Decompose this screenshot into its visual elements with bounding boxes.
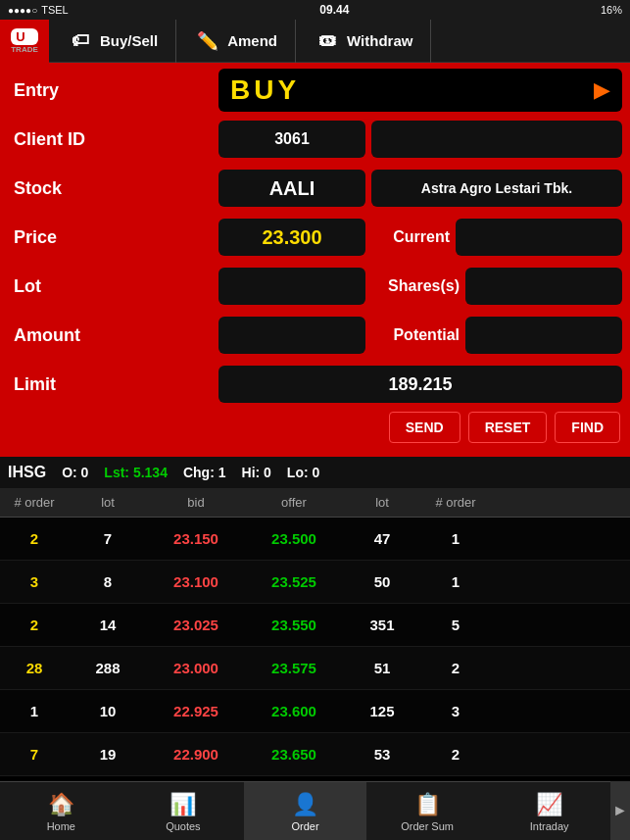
client-id-extra[interactable]: [371, 121, 622, 158]
withdraw-icon: 🎟: [314, 30, 341, 52]
cell-order1: 3: [0, 573, 69, 590]
price-input[interactable]: 23.300: [218, 219, 365, 256]
intraday-icon: 📈: [535, 791, 564, 818]
current-label: Current: [371, 228, 450, 246]
stock-code-input[interactable]: AALI: [218, 170, 365, 207]
client-id-field: 3061: [218, 121, 622, 158]
client-id-input[interactable]: 3061: [218, 121, 365, 158]
shares-input[interactable]: [465, 268, 622, 305]
price-field-group: 23.300 Current: [218, 219, 622, 256]
cell-order1: 1: [0, 703, 69, 719]
cell-bid: 23.150: [147, 530, 245, 547]
cell-offer: 23.650: [245, 746, 343, 763]
amount-input[interactable]: [218, 317, 365, 354]
cell-order2: 5: [421, 617, 490, 633]
tab-intraday[interactable]: 📈 Intraday: [488, 782, 610, 841]
cell-bid: 23.025: [147, 617, 245, 633]
tab-quotes-label: Quotes: [166, 820, 200, 832]
amount-field-group: Potential: [218, 317, 622, 354]
home-icon: 🏠: [46, 791, 75, 818]
table-row: 7 19 22.900 23.650 53 2: [0, 733, 630, 776]
amount-label: Amount: [8, 325, 218, 346]
carrier-label: TSEL: [41, 4, 69, 16]
find-button[interactable]: FIND: [555, 412, 620, 443]
entry-row: Entry BUY ▶: [8, 69, 622, 112]
ihsg-lst: Lst: 5.134: [104, 465, 168, 480]
order-table: 2 7 23.150 23.500 47 1 3 8 23.100 23.525…: [0, 518, 630, 776]
cell-bid: 23.100: [147, 573, 245, 590]
cell-lot1: 7: [69, 530, 147, 547]
cell-lot1: 10: [69, 703, 147, 719]
stock-field: AALI Astra Agro Lestari Tbk.: [218, 170, 622, 207]
table-row: 1 10 22.925 23.600 125 3: [0, 690, 630, 733]
cell-lot1: 8: [69, 573, 147, 590]
more-button[interactable]: ►: [610, 781, 630, 840]
nav-withdraw[interactable]: 🎟 Withdraw: [296, 20, 431, 63]
tab-order[interactable]: 👤 Order: [244, 782, 366, 841]
app-logo: U TRADE: [0, 20, 49, 63]
cell-lot1: 288: [69, 660, 147, 676]
tab-home-label: Home: [47, 820, 75, 832]
limit-field-group: 189.215: [218, 366, 622, 403]
price-row: Price 23.300 Current: [8, 216, 622, 259]
shares-label: Shares(s): [371, 277, 460, 295]
lot-field-group: Shares(s): [218, 268, 622, 305]
lot-label: Lot: [8, 276, 218, 297]
ihsg-hi: Hi: 0: [242, 465, 271, 480]
cell-offer: 23.525: [245, 573, 343, 590]
nav-amend[interactable]: ✏️ Amend: [176, 20, 296, 63]
limit-input[interactable]: 189.215: [218, 366, 622, 403]
cell-order2: 3: [421, 703, 490, 719]
cell-offer: 23.575: [245, 660, 343, 676]
table-row: 28 288 23.000 23.575 51 2: [0, 647, 630, 690]
nav-buy-sell[interactable]: 🏷 Buy/Sell: [49, 20, 176, 63]
stock-label: Stock: [8, 178, 218, 199]
ihsg-o: O: 0: [62, 465, 88, 480]
table-row: 2 7 23.150 23.500 47 1: [0, 518, 630, 561]
price-label: Price: [8, 227, 218, 248]
cell-lot1: 14: [69, 617, 147, 633]
time-label: 09.44: [319, 3, 349, 17]
tab-home[interactable]: 🏠 Home: [0, 782, 122, 841]
status-left: ●●●●○ TSEL: [8, 4, 69, 16]
cell-order1: 28: [0, 660, 69, 676]
signal-dots: ●●●●○: [8, 5, 37, 16]
action-row: SEND RESET FIND: [8, 412, 622, 443]
cell-lot2: 51: [343, 660, 421, 676]
th-offer: offer: [245, 495, 343, 510]
amount-row: Amount Potential: [8, 314, 622, 357]
cell-offer: 23.500: [245, 530, 343, 547]
cell-lot1: 19: [69, 746, 147, 763]
cell-lot2: 47: [343, 530, 421, 547]
stock-row: Stock AALI Astra Agro Lestari Tbk.: [8, 167, 622, 210]
buy-label: BUY: [230, 74, 300, 106]
order-sum-icon: 📋: [412, 791, 442, 818]
cell-order1: 7: [0, 746, 69, 763]
main-form: Entry BUY ▶ Client ID 3061 Stock AALI As…: [0, 63, 630, 457]
tab-quotes[interactable]: 📊 Quotes: [122, 782, 245, 841]
cell-lot2: 50: [343, 573, 421, 590]
nav-buy-sell-label: Buy/Sell: [100, 32, 158, 49]
th-lot2: lot: [343, 495, 421, 510]
buy-button[interactable]: BUY ▶: [218, 69, 622, 112]
cell-offer: 23.550: [245, 617, 343, 633]
entry-label: Entry: [8, 80, 218, 101]
lot-input[interactable]: [218, 268, 365, 305]
tab-intraday-label: Intraday: [530, 820, 569, 832]
tab-order-sum[interactable]: 📋 Order Sum: [366, 782, 489, 841]
cell-lot2: 351: [343, 617, 421, 633]
table-header: # order lot bid offer lot # order: [0, 488, 630, 518]
th-order1: # order: [0, 495, 69, 510]
ihsg-chg: Chg: 1: [183, 465, 226, 480]
cell-bid: 22.925: [147, 703, 245, 719]
current-value-input[interactable]: [456, 219, 622, 256]
potential-input[interactable]: [465, 317, 622, 354]
nav-amend-label: Amend: [227, 32, 277, 49]
battery-label: 16%: [601, 4, 622, 16]
bottom-tab-bar: 🏠 Home 📊 Quotes 👤 Order 📋 Order Sum 📈 In…: [0, 781, 630, 840]
tab-order-sum-label: Order Sum: [401, 820, 454, 832]
stock-name-display[interactable]: Astra Agro Lestari Tbk.: [371, 170, 622, 207]
reset-button[interactable]: RESET: [468, 412, 548, 443]
send-button[interactable]: SEND: [389, 412, 460, 443]
th-order2: # order: [421, 495, 490, 510]
